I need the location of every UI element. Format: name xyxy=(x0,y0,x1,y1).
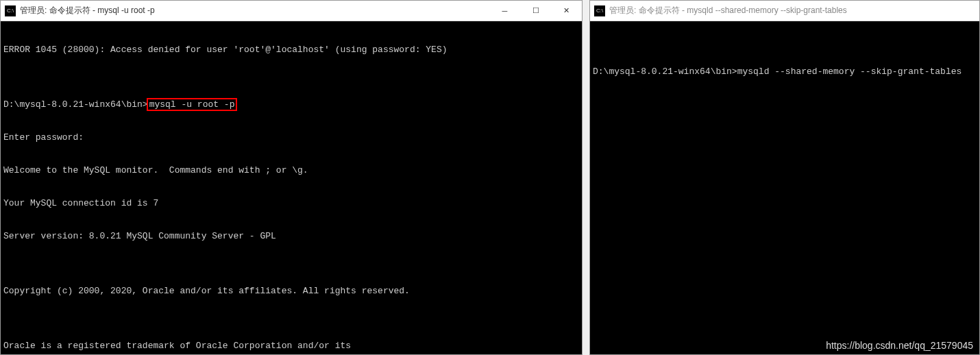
cmd-icon: C:\ xyxy=(5,5,16,16)
terminal-line: Welcome to the MySQL monitor. Commands e… xyxy=(3,165,579,176)
minimize-button[interactable]: ─ xyxy=(489,1,520,21)
cmd-icon: C:\ xyxy=(594,5,605,16)
titlebar-right[interactable]: C:\ 管理员: 命令提示符 - mysqld --shared-memory … xyxy=(590,1,979,21)
close-button[interactable]: ✕ xyxy=(551,1,582,21)
terminal-line: Enter password: xyxy=(3,132,579,143)
terminal-right[interactable]: D:\mysql-8.0.21-winx64\bin>mysqld --shar… xyxy=(590,21,979,354)
maximize-button[interactable]: ☐ xyxy=(520,1,551,21)
terminal-line: Your MySQL connection id is 7 xyxy=(3,198,579,209)
highlighted-command: mysql -u root -p xyxy=(147,98,238,111)
cmd-window-mysqld: C:\ 管理员: 命令提示符 - mysqld --shared-memory … xyxy=(589,0,980,355)
window-title-left: 管理员: 命令提示符 - mysql -u root -p xyxy=(20,5,489,16)
terminal-left[interactable]: ERROR 1045 (28000): Access denied for us… xyxy=(1,21,582,354)
cmd-window-mysql: C:\ 管理员: 命令提示符 - mysql -u root -p ─ ☐ ✕ … xyxy=(0,0,583,355)
prompt-path: D:\mysql-8.0.21-winx64\bin> xyxy=(3,99,148,110)
terminal-line: Oracle is a registered trademark of Orac… xyxy=(3,341,579,352)
window-controls-left: ─ ☐ ✕ xyxy=(489,1,582,21)
terminal-line: Copyright (c) 2000, 2020, Oracle and/or … xyxy=(3,286,579,297)
terminal-line: Server version: 8.0.21 MySQL Community S… xyxy=(3,231,579,242)
watermark-text: https://blog.csdn.net/qq_21579045 xyxy=(826,340,973,351)
terminal-line: D:\mysql-8.0.21-winx64\bin>mysqld --shar… xyxy=(593,66,977,77)
window-title-right: 管理员: 命令提示符 - mysqld --shared-memory --sk… xyxy=(609,5,979,16)
terminal-line: ERROR 1045 (28000): Access denied for us… xyxy=(3,45,579,56)
titlebar-left[interactable]: C:\ 管理员: 命令提示符 - mysql -u root -p ─ ☐ ✕ xyxy=(1,1,582,21)
terminal-prompt-line: D:\mysql-8.0.21-winx64\bin>mysql -u root… xyxy=(3,99,579,110)
